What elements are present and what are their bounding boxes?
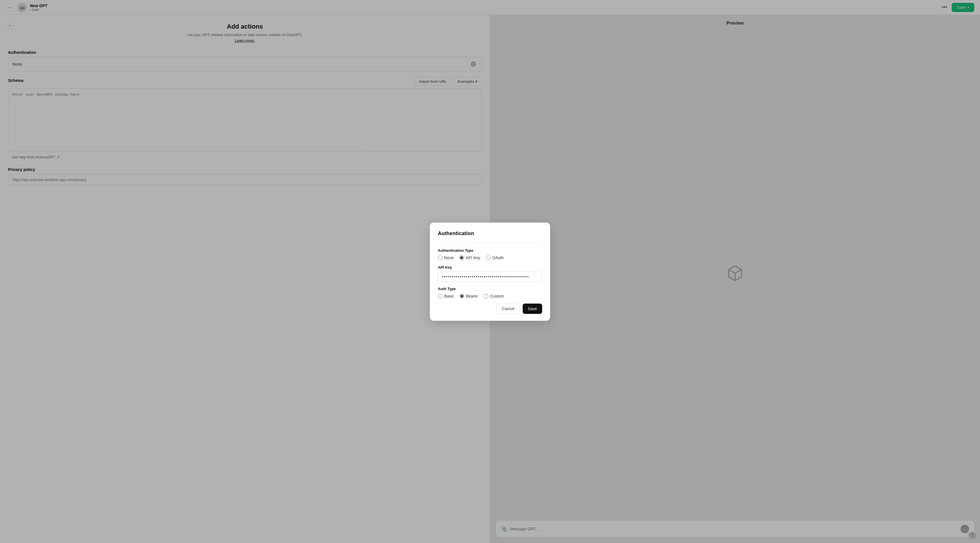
modal-overlay: Authentication Authentication Type None …: [0, 0, 980, 543]
radio-oauth[interactable]: [486, 256, 491, 260]
radio-api-key-option[interactable]: API Key: [459, 256, 480, 260]
radio-none-option[interactable]: None: [438, 256, 453, 260]
modal-save-button[interactable]: Save: [523, 303, 542, 314]
radio-custom[interactable]: [484, 294, 488, 298]
modal-footer: Cancel Save: [438, 303, 542, 314]
api-key-field-label: API Key: [438, 265, 542, 270]
radio-basic[interactable]: [438, 294, 442, 298]
auth-type2-radio-group: Basic Bearer Custom: [438, 294, 542, 298]
authentication-modal: Authentication Authentication Type None …: [430, 222, 550, 321]
radio-custom-option[interactable]: Custom: [484, 294, 504, 298]
radio-api-key[interactable]: [459, 256, 464, 260]
radio-bearer[interactable]: [460, 294, 464, 298]
api-key-input[interactable]: [438, 271, 542, 282]
auth-type-radio-group: None API Key OAuth: [438, 256, 542, 260]
radio-bearer-option[interactable]: Bearer: [460, 294, 478, 298]
modal-divider: [438, 242, 542, 243]
radio-oauth-option[interactable]: OAuth: [486, 256, 504, 260]
modal-title: Authentication: [438, 230, 542, 237]
modal-cancel-button[interactable]: Cancel: [496, 303, 520, 314]
auth-type2-label: Auth Type: [438, 287, 542, 291]
auth-type-label: Authentication Type: [438, 248, 542, 252]
radio-basic-option[interactable]: Basic: [438, 294, 454, 298]
radio-none[interactable]: [438, 256, 442, 260]
